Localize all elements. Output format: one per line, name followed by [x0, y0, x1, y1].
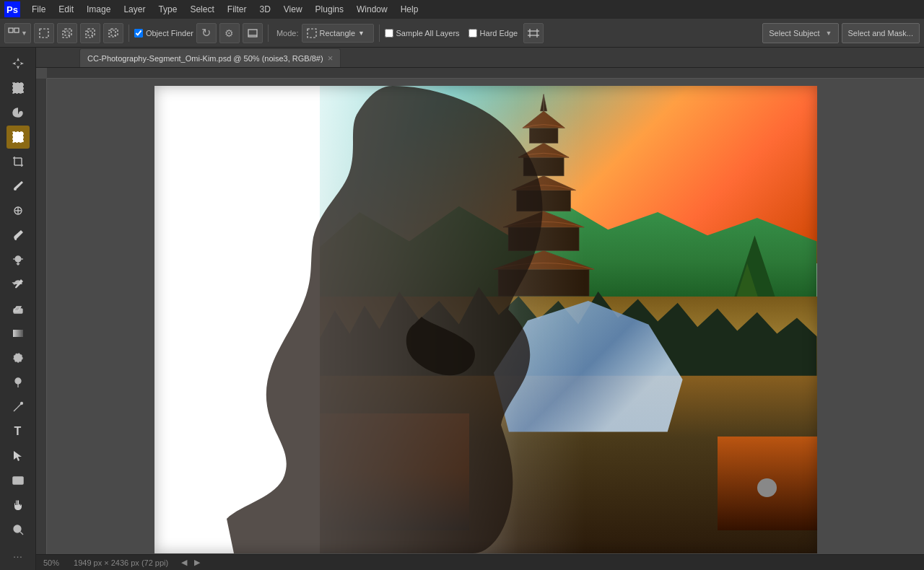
dodge-tool[interactable] [6, 371, 30, 394]
svg-rect-33 [13, 330, 23, 337]
svg-point-28 [15, 256, 21, 262]
ps-logo: Ps [4, 1, 20, 17]
separator-1 [128, 25, 129, 42]
tab-bar: CC-Photography-Segment_Omi-Kim.psd @ 50%… [36, 48, 924, 68]
scroll-right-arrow[interactable]: ▶ [194, 558, 200, 567]
menu-filter[interactable]: Filter [222, 3, 253, 16]
menu-3d[interactable]: 3D [253, 3, 276, 16]
menu-view[interactable]: View [278, 3, 308, 16]
svg-rect-18 [13, 83, 23, 93]
sample-all-layers-label[interactable]: Sample All Layers [396, 29, 460, 38]
brush-tool[interactable] [6, 224, 30, 247]
subtract-selection-btn[interactable] [80, 23, 100, 43]
blur-tool[interactable] [6, 346, 30, 369]
intersect-selection-btn[interactable] [103, 23, 123, 43]
zoom-level: 50% [43, 558, 59, 567]
svg-rect-7 [109, 30, 116, 37]
menu-type[interactable]: Type [152, 3, 183, 16]
object-finder-label[interactable]: Object Finder [146, 29, 193, 38]
person-silhouette-svg [154, 86, 817, 553]
status-bar: 50% 1949 px × 2436 px (72 ppi) ◀ ▶ [36, 554, 924, 570]
screen-mode-button[interactable] [243, 23, 263, 43]
pen-tool[interactable] [6, 395, 30, 418]
canvas-wrapper [36, 68, 924, 554]
options-bar: ▼ Object Finder ↻ ⚙ [0, 19, 924, 48]
svg-point-35 [15, 378, 21, 384]
svg-point-37 [20, 403, 22, 405]
tab-close-button[interactable]: × [328, 53, 334, 63]
svg-line-41 [20, 532, 23, 535]
svg-rect-6 [88, 29, 95, 35]
rectangular-marquee-tool[interactable] [6, 76, 30, 100]
artwork-canvas [154, 86, 817, 553]
refresh-button[interactable]: ↻ [196, 23, 217, 43]
tools-panel: T … [0, 48, 36, 570]
hard-edge-label[interactable]: Hard Edge [480, 29, 518, 38]
healing-brush-tool[interactable] [6, 199, 30, 222]
menu-image[interactable]: Image [81, 3, 116, 16]
ruler-vertical [36, 79, 47, 554]
svg-point-34 [14, 354, 22, 362]
svg-rect-1 [14, 28, 19, 32]
add-selection-btn[interactable] [57, 23, 77, 43]
object-selection-tool[interactable] [6, 126, 30, 149]
hard-edge-group: Hard Edge [468, 29, 518, 38]
svg-rect-2 [40, 29, 48, 38]
ruler-horizontal [47, 68, 924, 79]
crop-tool[interactable] [6, 150, 30, 173]
tab-filename: CC-Photography-Segment_Omi-Kim.psd @ 50%… [87, 54, 323, 63]
hand-tool[interactable] [6, 494, 30, 517]
document-dimensions: 1949 px × 2436 px (72 ppi) [74, 558, 168, 567]
select-subject-dropdown-arrow[interactable]: ▼ [826, 30, 832, 37]
history-brush-tool[interactable] [6, 273, 30, 296]
mode-label: Mode: [276, 29, 299, 38]
svg-rect-11 [308, 29, 316, 38]
text-tool[interactable]: T [6, 420, 30, 443]
sample-all-layers-group: Sample All Layers [385, 29, 460, 38]
tool-select-group[interactable]: ▼ [4, 23, 31, 43]
move-tool[interactable] [6, 52, 30, 75]
menu-select[interactable]: Select [184, 3, 219, 16]
object-finder-checkbox[interactable] [134, 29, 143, 38]
menu-bar: Ps File Edit Image Layer Type Select Fil… [0, 0, 924, 19]
sample-all-layers-checkbox[interactable] [385, 29, 393, 38]
menu-edit[interactable]: Edit [53, 3, 79, 16]
eraser-tool[interactable] [6, 297, 30, 320]
svg-point-24 [14, 188, 17, 190]
clone-stamp-tool[interactable] [6, 248, 30, 271]
scroll-left-arrow[interactable]: ◀ [181, 558, 187, 567]
separator-3 [379, 25, 380, 42]
svg-rect-0 [9, 28, 13, 32]
lasso-tool[interactable] [6, 101, 30, 124]
mode-dropdown[interactable]: Rectangle ▼ [302, 24, 374, 43]
svg-rect-4 [65, 29, 71, 35]
hard-edge-checkbox[interactable] [468, 29, 477, 38]
svg-marker-17 [12, 62, 24, 65]
menu-layer[interactable]: Layer [118, 3, 151, 16]
spacing-button[interactable] [523, 23, 544, 43]
rectangle-shape-tool[interactable] [6, 469, 30, 492]
new-selection-btn[interactable] [34, 23, 54, 43]
eyedropper-tool[interactable] [6, 175, 30, 198]
object-finder-group: Object Finder [134, 29, 193, 38]
more-tools[interactable]: … [6, 543, 30, 566]
path-select-tool[interactable] [6, 444, 30, 468]
gradient-tool[interactable] [6, 322, 30, 345]
main-area: T … [0, 48, 924, 570]
settings-button[interactable]: ⚙ [219, 23, 240, 43]
select-and-mask-button[interactable]: Select and Mask... [842, 23, 920, 43]
svg-rect-39 [13, 477, 23, 484]
select-subject-button[interactable]: Select Subject ▼ [762, 23, 838, 43]
separator-2 [268, 25, 269, 42]
document-tab[interactable]: CC-Photography-Segment_Omi-Kim.psd @ 50%… [79, 48, 341, 67]
svg-rect-8 [111, 29, 118, 35]
menu-plugins[interactable]: Plugins [310, 3, 349, 16]
menu-window[interactable]: Window [351, 3, 393, 16]
zoom-tool[interactable] [6, 518, 30, 541]
svg-marker-16 [17, 58, 19, 69]
mode-dropdown-arrow: ▼ [358, 30, 365, 37]
menu-help[interactable]: Help [395, 3, 424, 16]
canvas-area: CC-Photography-Segment_Omi-Kim.psd @ 50%… [36, 48, 924, 570]
menu-file[interactable]: File [26, 3, 51, 16]
svg-rect-5 [86, 31, 92, 38]
